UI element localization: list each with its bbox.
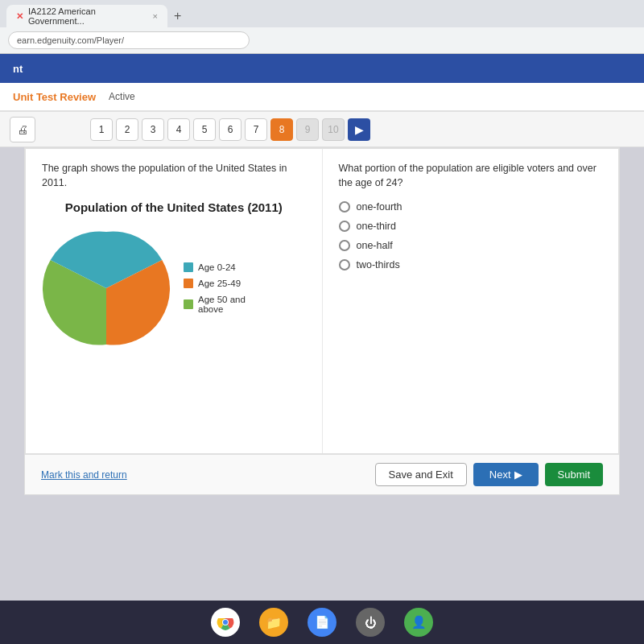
option-label-3: two-thirds — [357, 259, 400, 270]
pie-container: Age 0-24 Age 25-49 Age 50 andabove — [42, 224, 306, 353]
legend-item-2: Age 50 andabove — [184, 295, 246, 314]
chart-legend: Age 0-24 Age 25-49 Age 50 andabove — [184, 262, 246, 314]
page-7-btn[interactable]: 7 — [245, 118, 267, 141]
radio-circle-1 — [339, 221, 350, 232]
option-label-1: one-third — [357, 221, 396, 232]
address-input[interactable] — [8, 31, 250, 49]
save-exit-button[interactable]: Save and Exit — [375, 463, 467, 486]
page-4-btn[interactable]: 4 — [167, 118, 190, 141]
print-icon-btn[interactable]: 🖨 — [10, 117, 35, 142]
pie-chart — [42, 224, 171, 353]
radio-circle-2 — [339, 240, 350, 251]
tab-x-icon: ✕ — [16, 11, 23, 22]
right-panel: What portion of the population are eligi… — [323, 149, 619, 453]
legend-label-1: Age 25-49 — [198, 279, 241, 288]
main-content-wrapper: The graph shows the population of the Un… — [24, 147, 620, 495]
submit-button[interactable]: Submit — [545, 463, 603, 486]
left-panel: The graph shows the population of the Un… — [26, 149, 323, 453]
address-bar — [0, 27, 644, 53]
option-one-third[interactable]: one-third — [339, 221, 603, 232]
files-icon[interactable]: 📁 — [259, 608, 288, 637]
print-icon: 🖨 — [17, 123, 28, 136]
next-page-arrow[interactable]: ▶ — [348, 118, 370, 141]
page-numbers: 1 2 3 4 5 6 7 8 9 10 ▶ — [90, 118, 370, 141]
app-header-text: nt — [13, 63, 23, 75]
browser-chrome: ✕ IA2122 American Government... × + — [0, 0, 644, 54]
next-arrow-icon: ▶ — [514, 469, 522, 481]
user-icon[interactable]: 👤 — [404, 608, 433, 637]
taskbar: 📁 📄 ⏻ 👤 — [0, 601, 644, 644]
radio-circle-0 — [339, 201, 350, 213]
option-label-0: one-fourth — [357, 201, 402, 213]
option-two-thirds[interactable]: two-thirds — [339, 259, 603, 270]
page-1-btn[interactable]: 1 — [90, 118, 113, 141]
next-label: Next — [489, 469, 511, 481]
radio-circle-3 — [339, 259, 350, 270]
footer-buttons: Save and Exit Next ▶ Submit — [375, 463, 603, 486]
unit-test-label: Unit Test Review — [13, 91, 96, 103]
legend-item-0: Age 0-24 — [184, 262, 246, 272]
option-one-fourth[interactable]: one-fourth — [339, 201, 603, 213]
legend-color-2 — [184, 299, 193, 309]
page-5-btn[interactable]: 5 — [193, 118, 216, 141]
tab-close-icon[interactable]: × — [153, 11, 158, 21]
active-tab[interactable]: ✕ IA2122 American Government... × — [6, 5, 167, 27]
tab-title: IA2122 American Government... — [28, 6, 145, 26]
option-one-half[interactable]: one-half — [339, 240, 603, 251]
docs-icon[interactable]: 📄 — [308, 608, 336, 637]
page-2-btn[interactable]: 2 — [116, 118, 138, 141]
active-label: Active — [109, 91, 135, 102]
legend-color-0 — [184, 262, 193, 272]
page-9-btn[interactable]: 9 — [296, 118, 319, 141]
app-header: nt — [0, 54, 644, 83]
chrome-icon[interactable] — [211, 608, 240, 637]
legend-label-0: Age 0-24 — [198, 262, 236, 272]
mark-return-link[interactable]: Mark this and return — [41, 469, 127, 481]
svg-point-2 — [223, 620, 228, 625]
page-8-btn[interactable]: 8 — [270, 118, 293, 141]
page-6-btn[interactable]: 6 — [219, 118, 242, 141]
option-label-2: one-half — [357, 240, 393, 251]
legend-color-1 — [184, 279, 193, 288]
chrome-logo-svg — [217, 613, 234, 631]
legend-label-2: Age 50 andabove — [198, 295, 246, 314]
answer-question: What portion of the population are eligi… — [339, 162, 603, 190]
tab-bar: ✕ IA2122 American Government... × + — [0, 0, 644, 27]
radio-group: one-fourth one-third one-half two-thirds — [339, 201, 603, 270]
content-footer: Mark this and return Save and Exit Next … — [25, 454, 619, 494]
page-3-btn[interactable]: 3 — [142, 118, 164, 141]
chart-title: Population of the United States (2011) — [42, 200, 306, 216]
left-description: The graph shows the population of the Un… — [42, 162, 306, 190]
new-tab-button[interactable]: + — [167, 9, 188, 23]
page-10-btn[interactable]: 10 — [322, 118, 345, 141]
legend-item-1: Age 25-49 — [184, 279, 246, 288]
sub-header: Unit Test Review Active — [0, 83, 644, 112]
next-button[interactable]: Next ▶ — [473, 463, 539, 486]
main-content: The graph shows the population of the Un… — [25, 148, 619, 454]
toolbar: 🖨 1 2 3 4 5 6 7 8 9 10 ▶ — [0, 112, 644, 147]
power-icon[interactable]: ⏻ — [356, 608, 385, 637]
